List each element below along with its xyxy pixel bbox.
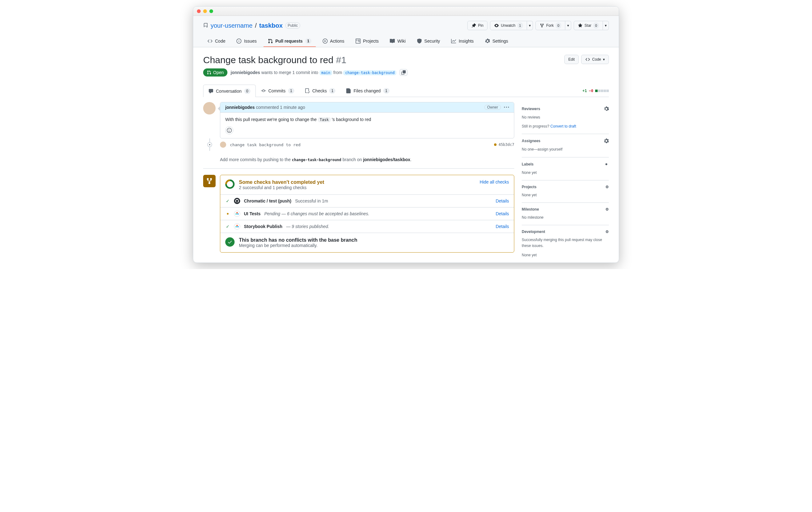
milestone-gear-button[interactable]: ⚙ [605,207,609,212]
minimize-window-button[interactable] [203,9,207,13]
tab-conversation[interactable]: Conversation 0 [203,85,256,97]
svg-point-0 [209,144,210,145]
code-icon [207,38,212,43]
from-word: from [334,70,344,75]
fork-dropdown[interactable]: ▾ [565,21,571,30]
add-reaction-button[interactable] [225,126,233,134]
push-hint-branch: change-task-background [292,158,341,162]
comment-time[interactable]: 1 minute ago [280,105,305,110]
assignees-heading: Assignees [522,139,541,143]
reviewers-progress: Still in progress? [522,124,550,128]
check-pending-icon: • [225,212,230,215]
svg-point-3 [235,213,237,215]
visibility-badge: Public [285,22,300,29]
author-avatar[interactable] [203,102,215,115]
caret-down-icon: ▾ [603,56,605,62]
comment-author[interactable]: jonniebigodes [225,105,255,110]
star-count: 0 [593,22,599,29]
nav-pull-requests[interactable]: Pull requests 1 [263,36,316,47]
tab-checks[interactable]: Checks 1 [299,85,341,97]
tab-checks-count: 1 [329,88,336,94]
checklist-icon [305,88,310,93]
hide-checks-link[interactable]: Hide all checks [480,179,509,184]
tab-commits-count: 1 [288,88,294,94]
edit-button[interactable]: Edit [564,55,579,64]
caret-down-icon: ▾ [567,22,569,29]
projects-body: None yet [522,192,609,198]
nav-projects-label: Projects [363,38,379,43]
nav-issues-label: Issues [244,38,256,43]
close-window-button[interactable] [197,9,201,13]
check-details-link[interactable]: Details [496,224,509,229]
repo-owner-link[interactable]: your-username [211,22,253,29]
tab-commits[interactable]: Commits 1 [256,85,299,97]
nav-insights[interactable]: Insights [447,36,478,47]
tab-files-changed[interactable]: Files changed 1 [341,85,395,97]
projects-gear-button[interactable]: ⚙ [605,185,609,189]
comment-text-pre: With this pull request we're going to ch… [225,117,318,122]
fork-icon [540,23,545,28]
tab-files-count: 1 [383,88,389,94]
book-icon [390,38,395,43]
repo-name-link[interactable]: taskbox [259,22,283,29]
star-dropdown[interactable]: ▾ [603,21,609,30]
merge-subtitle: Merging can be performed automatically. [239,243,357,248]
code-dropdown-button[interactable]: Code ▾ [581,55,609,64]
base-branch[interactable]: main [320,70,332,75]
push-hint-repo[interactable]: jonniebigodes/taskbox [363,157,410,162]
reviewers-gear-button[interactable] [604,107,609,111]
eye-icon [494,23,499,28]
head-branch[interactable]: change-task-background [343,70,396,75]
nav-issues[interactable]: Issues [232,36,261,47]
pr-author[interactable]: jonniebigodes [231,70,260,75]
development-none: None yet [522,252,609,258]
push-hint: Add more commits by pushing to the chang… [203,151,514,169]
assignees-gear-button[interactable] [604,139,609,143]
pr-state-label: Open [213,70,224,75]
caret-down-icon: ▾ [605,22,607,29]
development-gear-button[interactable]: ⚙ [605,230,609,234]
caret-down-icon: ▾ [529,22,531,29]
projects-heading: Projects [522,185,536,189]
commit-message[interactable]: change task background to red [230,143,300,147]
code-icon [585,57,590,62]
comment-menu-button[interactable] [504,105,509,110]
labels-gear-button[interactable] [604,162,609,167]
zoom-window-button[interactable] [209,9,213,13]
nav-security[interactable]: Security [412,36,444,47]
convert-draft-link[interactable]: Convert to draft [550,124,576,128]
graph-icon [451,38,456,43]
diff-additions: +1 [582,89,587,93]
svg-point-4 [236,225,238,226]
nav-projects[interactable]: Projects [351,36,383,47]
pr-merge-text: wants to merge 1 commit into [260,70,320,75]
assign-yourself-link[interactable]: assign yourself [538,147,562,151]
commit-sha[interactable]: 45b3dc7 [498,143,514,147]
nav-settings[interactable]: Settings [481,36,513,47]
nav-settings-label: Settings [492,38,509,43]
smiley-icon [227,128,232,133]
fork-button[interactable]: Fork 0 [535,21,565,30]
project-icon [356,38,360,43]
push-hint-post: . [410,157,412,162]
commit-author-avatar[interactable] [220,142,226,148]
chromatic-app-icon [234,223,240,230]
unwatch-button[interactable]: Unwatch 1 [490,21,527,30]
nav-actions[interactable]: Actions [318,36,349,47]
star-button[interactable]: Star 0 [574,21,603,30]
watch-dropdown[interactable]: ▾ [527,21,533,30]
nav-code-label: Code [215,38,225,43]
check-details-link[interactable]: Details [496,199,509,204]
check-row: •UI Tests Pending — 6 changes must be ac… [220,208,514,220]
svg-point-6 [235,226,237,228]
nav-code[interactable]: Code [203,36,230,47]
nav-wiki-label: Wiki [397,38,405,43]
check-details-link[interactable]: Details [496,211,509,216]
tab-commits-label: Commits [268,88,286,93]
pin-button[interactable]: Pin [467,21,488,30]
issue-icon [236,38,241,43]
checks-donut-icon [225,179,235,189]
commit-status-pending-icon[interactable] [494,143,496,146]
copy-branch-button[interactable] [400,69,408,76]
nav-wiki[interactable]: Wiki [385,36,410,47]
